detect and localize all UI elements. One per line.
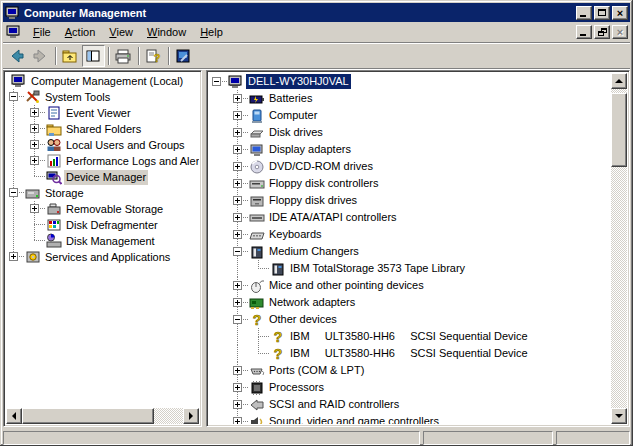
tree-item-label[interactable]: SCSI and RAID controllers <box>267 397 401 412</box>
tree-item-medium-changers[interactable]: Medium Changers <box>212 243 611 260</box>
title-bar[interactable]: Computer Management × <box>3 3 630 22</box>
tree-item-event-viewer[interactable]: Event Viewer <box>9 105 199 121</box>
tree-item-label[interactable]: Ports (COM & LPT) <box>267 363 366 378</box>
tree-item-disk-management[interactable]: Disk Management <box>9 233 199 249</box>
show-hide-console-tree-button[interactable] <box>82 45 105 67</box>
collapse-toggle[interactable] <box>9 185 25 201</box>
expand-toggle[interactable] <box>233 226 249 243</box>
tree-item-label[interactable]: DVD/CD-ROM drives <box>267 159 375 174</box>
tree-item-disk-defragmenter[interactable]: Disk Defragmenter <box>9 217 199 233</box>
expand-toggle[interactable] <box>233 141 249 158</box>
expand-toggle[interactable] <box>30 121 46 137</box>
expand-toggle[interactable] <box>233 396 249 413</box>
tree-item-shared-folders[interactable]: Shared Folders <box>9 121 199 137</box>
tree-item-label[interactable]: Local Users and Groups <box>64 138 187 153</box>
vertical-scroll-thumb[interactable] <box>611 93 627 167</box>
tree-item-other-devices[interactable]: ?Other devices <box>212 311 611 328</box>
tree-item-label[interactable]: IDE ATA/ATAPI controllers <box>267 210 399 225</box>
tree-item-computer-management-local[interactable]: Computer Management (Local) <box>9 73 199 89</box>
expand-toggle[interactable] <box>233 107 249 124</box>
collapse-toggle[interactable] <box>212 73 228 90</box>
tree-item-device-manager[interactable]: Device Manager <box>9 169 199 185</box>
tree-item-display-adapters[interactable]: Display adapters <box>212 141 611 158</box>
expand-toggle[interactable] <box>233 277 249 294</box>
tree-item-label[interactable]: Disk Management <box>64 234 157 249</box>
tree-item-computer[interactable]: Computer <box>212 107 611 124</box>
help-button[interactable]: ? <box>142 45 165 67</box>
tree-item-batteries[interactable]: Batteries <box>212 90 611 107</box>
horizontal-scroll-thumb[interactable] <box>22 408 154 424</box>
tree-item-keyboards[interactable]: Keyboards <box>212 226 611 243</box>
up-one-level-button[interactable] <box>59 45 82 67</box>
expand-toggle[interactable] <box>233 124 249 141</box>
menu-view[interactable]: View <box>102 24 140 41</box>
tree-item-sound-video-and-game-controllers[interactable]: Sound, video and game controllers <box>212 413 611 424</box>
tree-item-floppy-disk-controllers[interactable]: Floppy disk controllers <box>212 175 611 192</box>
tree-item-label[interactable]: Removable Storage <box>64 202 165 217</box>
collapse-toggle[interactable] <box>9 89 25 105</box>
tree-item-dell-wy30hj0val[interactable]: DELL-WY30HJ0VAL <box>212 73 611 90</box>
tree-item-label[interactable]: Performance Logs and Alerts <box>64 154 199 169</box>
tree-item-label[interactable]: Keyboards <box>267 227 324 242</box>
tree-item-dvd-cd-rom-drives[interactable]: DVD/CD-ROM drives <box>212 158 611 175</box>
expand-toggle[interactable] <box>30 201 46 217</box>
expand-toggle[interactable] <box>233 413 249 424</box>
expand-toggle[interactable] <box>233 158 249 175</box>
tree-item-label[interactable]: Disk drives <box>267 125 325 140</box>
scroll-left-button[interactable] <box>6 408 22 424</box>
tree-item-label[interactable]: IBM ULT3580-HH6 SCSI Sequential Device <box>288 329 530 344</box>
tree-item-label[interactable]: Device Manager <box>64 170 148 185</box>
back-button[interactable] <box>6 45 29 67</box>
menu-action[interactable]: Action <box>58 24 103 41</box>
expand-toggle[interactable] <box>30 153 46 169</box>
tree-item-label[interactable]: System Tools <box>43 90 112 105</box>
tree-item-label[interactable]: Services and Applications <box>43 250 172 265</box>
tree-item-label[interactable]: IBM TotalStorage 3573 Tape Library <box>288 261 467 276</box>
tree-item-label[interactable]: Disk Defragmenter <box>64 218 160 233</box>
tree-item-scsi-and-raid-controllers[interactable]: SCSI and RAID controllers <box>212 396 611 413</box>
maximize-button[interactable] <box>594 6 610 20</box>
tree-item-removable-storage[interactable]: Removable Storage <box>9 201 199 217</box>
scroll-up-button[interactable] <box>611 73 627 89</box>
scroll-right-button[interactable] <box>183 408 199 424</box>
minimize-button[interactable] <box>576 25 592 39</box>
tree-item-ports-com-lpt[interactable]: Ports (COM & LPT) <box>212 362 611 379</box>
tree-item-label[interactable]: IBM ULT3580-HH6 SCSI Sequential Device <box>288 346 530 361</box>
print-button[interactable] <box>112 45 135 67</box>
tree-item-label[interactable]: Medium Changers <box>267 244 361 259</box>
forward-button[interactable] <box>29 45 52 67</box>
tree-item-processors[interactable]: Processors <box>212 379 611 396</box>
restore-button[interactable] <box>594 25 610 39</box>
tree-item-label[interactable]: DELL-WY30HJ0VAL <box>246 74 351 89</box>
tree-item-mice-and-other-pointing-devices[interactable]: Mice and other pointing devices <box>212 277 611 294</box>
tree-item-local-users-and-groups[interactable]: Local Users and Groups <box>9 137 199 153</box>
tree-item-label[interactable]: Sound, video and game controllers <box>267 414 441 424</box>
tree-item-label[interactable]: Processors <box>267 380 326 395</box>
tree-item-ide-ata-atapi-controllers[interactable]: IDE ATA/ATAPI controllers <box>212 209 611 226</box>
tree-item-system-tools[interactable]: System Tools <box>9 89 199 105</box>
tree-item-ibm-ult3580-hh6-scsi-sequential-device[interactable]: ?IBM ULT3580-HH6 SCSI Sequential Device <box>212 345 611 362</box>
tree-item-storage[interactable]: Storage <box>9 185 199 201</box>
tree-item-ibm-totalstorage-3573-tape-library[interactable]: IBM TotalStorage 3573 Tape Library <box>212 260 611 277</box>
tree-item-label[interactable]: Computer Management (Local) <box>29 74 185 89</box>
expand-toggle[interactable] <box>233 362 249 379</box>
tree-item-performance-logs-and-alerts[interactable]: Performance Logs and Alerts <box>9 153 199 169</box>
tree-item-label[interactable]: Storage <box>43 186 86 201</box>
tree-item-network-adapters[interactable]: Network adapters <box>212 294 611 311</box>
expand-toggle[interactable] <box>233 379 249 396</box>
expand-toggle[interactable] <box>9 249 25 265</box>
tree-item-label[interactable]: Event Viewer <box>64 106 133 121</box>
expand-toggle[interactable] <box>30 105 46 121</box>
tree-item-label[interactable]: Mice and other pointing devices <box>267 278 426 293</box>
tree-item-label[interactable]: Computer <box>267 108 319 123</box>
tree-item-label[interactable]: Floppy disk drives <box>267 193 359 208</box>
menu-help[interactable]: Help <box>193 24 230 41</box>
close-button[interactable]: × <box>612 6 628 20</box>
expand-toggle[interactable] <box>233 294 249 311</box>
expand-toggle[interactable] <box>233 175 249 192</box>
tree-item-ibm-ult3580-hh6-scsi-sequential-device[interactable]: ?IBM ULT3580-HH6 SCSI Sequential Device <box>212 328 611 345</box>
menu-file[interactable]: File <box>26 24 58 41</box>
tree-item-label[interactable]: Display adapters <box>267 142 353 157</box>
expand-toggle[interactable] <box>233 192 249 209</box>
tree-item-label[interactable]: Shared Folders <box>64 122 143 137</box>
